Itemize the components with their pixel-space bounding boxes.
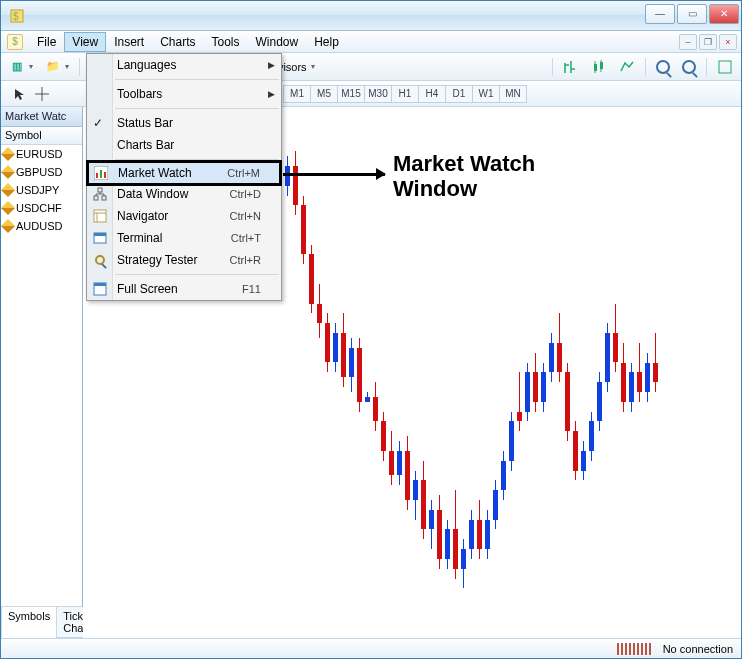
timeframe-d1[interactable]: D1 <box>445 85 473 103</box>
menu-full-screen[interactable]: Full Screen F11 <box>87 278 281 300</box>
chevron-right-icon: ▶ <box>268 60 275 70</box>
timeframe-m5[interactable]: M5 <box>310 85 338 103</box>
menu-tools[interactable]: Tools <box>204 32 248 52</box>
app-menu-icon[interactable]: $ <box>7 34 23 50</box>
menu-charts[interactable]: Charts <box>152 32 203 52</box>
timeframe-m15[interactable]: M15 <box>337 85 365 103</box>
profiles-button[interactable]: 📁▾ <box>41 57 73 77</box>
auto-scroll-button[interactable] <box>713 57 737 77</box>
symbol-icon <box>1 183 15 197</box>
navigator-icon <box>92 208 108 224</box>
chart-line-button[interactable] <box>615 57 639 77</box>
svg-text:$: $ <box>13 11 19 22</box>
mdi-restore-button[interactable]: ❐ <box>699 34 717 50</box>
menu-file[interactable]: File <box>29 32 64 52</box>
timeframe-h1[interactable]: H1 <box>391 85 419 103</box>
zoom-in-icon <box>656 60 670 74</box>
chart-candle-button[interactable] <box>587 57 611 77</box>
timeframe-h4[interactable]: H4 <box>418 85 446 103</box>
titlebar: $ — ▭ ✕ <box>1 1 741 31</box>
symbol-row[interactable]: EURUSD <box>1 145 82 163</box>
mdi-minimize-button[interactable]: – <box>679 34 697 50</box>
symbol-icon <box>1 165 15 179</box>
menu-window[interactable]: Window <box>248 32 307 52</box>
menubar: $ File View Insert Charts Tools Window H… <box>1 31 741 53</box>
svg-rect-11 <box>100 170 102 178</box>
close-button[interactable]: ✕ <box>709 4 739 24</box>
symbol-icon <box>1 201 15 215</box>
connection-indicator-icon <box>617 643 653 655</box>
maximize-button[interactable]: ▭ <box>677 4 707 24</box>
svg-rect-24 <box>94 233 106 236</box>
crosshair-button[interactable] <box>31 85 53 103</box>
annotation-arrow <box>283 173 385 176</box>
annotation-label: Market Watch Window <box>393 151 535 202</box>
svg-rect-10 <box>96 173 98 178</box>
symbol-icon <box>1 219 15 233</box>
check-icon: ✓ <box>93 116 103 130</box>
statusbar: No connection <box>1 638 741 658</box>
timeframe-w1[interactable]: W1 <box>472 85 500 103</box>
tab-symbols[interactable]: Symbols <box>1 607 57 638</box>
menu-navigator[interactable]: Navigator Ctrl+N <box>87 205 281 227</box>
cursor-icon <box>13 87 27 101</box>
chart-bar-button[interactable] <box>559 57 583 77</box>
market-watch-icon <box>93 165 109 181</box>
connection-status: No connection <box>663 643 733 655</box>
svg-rect-6 <box>719 61 731 73</box>
timeframe-m30[interactable]: M30 <box>364 85 392 103</box>
menu-charts-bar[interactable]: Charts Bar <box>87 134 281 156</box>
terminal-icon <box>92 230 108 246</box>
menu-strategy-tester[interactable]: Strategy Tester Ctrl+R <box>87 249 281 271</box>
zoom-out-icon <box>682 60 696 74</box>
app-window: $ — ▭ ✕ $ File View Insert Charts Tools … <box>0 0 742 659</box>
view-dropdown: Languages ▶ Toolbars ▶ ✓ Status Bar Char… <box>86 53 282 301</box>
timeframe-m1[interactable]: M1 <box>283 85 311 103</box>
menu-status-bar[interactable]: ✓ Status Bar <box>87 112 281 134</box>
mdi-close-button[interactable]: × <box>719 34 737 50</box>
market-watch-title: Market Watc <box>1 107 82 127</box>
menu-market-watch[interactable]: Market Watch Ctrl+M <box>87 162 281 184</box>
minimize-button[interactable]: — <box>645 4 675 24</box>
new-chart-button[interactable]: ▥▾ <box>5 57 37 77</box>
svg-rect-14 <box>94 196 98 200</box>
menu-view[interactable]: View <box>64 32 106 52</box>
menu-data-window[interactable]: Data Window Ctrl+D <box>87 183 281 205</box>
timeframe-mn[interactable]: MN <box>499 85 527 103</box>
menu-toolbars[interactable]: Toolbars ▶ <box>87 83 281 105</box>
menu-terminal[interactable]: Terminal Ctrl+T <box>87 227 281 249</box>
full-screen-icon <box>92 281 108 297</box>
cursor-button[interactable] <box>5 85 31 103</box>
symbol-row[interactable]: AUDUSD <box>1 217 82 235</box>
data-window-icon <box>92 186 108 202</box>
symbol-row[interactable]: USDJPY <box>1 181 82 199</box>
svg-rect-26 <box>94 283 106 286</box>
svg-rect-13 <box>98 188 102 192</box>
svg-rect-12 <box>104 172 106 178</box>
symbol-column-header[interactable]: Symbol <box>1 127 82 145</box>
menu-insert[interactable]: Insert <box>106 32 152 52</box>
chevron-right-icon: ▶ <box>268 89 275 99</box>
zoom-out-button[interactable] <box>678 58 700 76</box>
menu-help[interactable]: Help <box>306 32 347 52</box>
svg-rect-15 <box>102 196 106 200</box>
strategy-tester-icon <box>92 252 108 268</box>
svg-rect-20 <box>94 210 106 222</box>
symbol-row[interactable]: GBPUSD <box>1 163 82 181</box>
zoom-in-button[interactable] <box>652 58 674 76</box>
app-icon: $ <box>7 6 27 26</box>
symbol-row[interactable]: USDCHF <box>1 199 82 217</box>
menu-languages[interactable]: Languages ▶ <box>87 54 281 76</box>
market-watch-panel: Market Watc Symbol EURUSD GBPUSD USDJPY … <box>1 107 83 638</box>
symbol-icon <box>1 147 15 161</box>
